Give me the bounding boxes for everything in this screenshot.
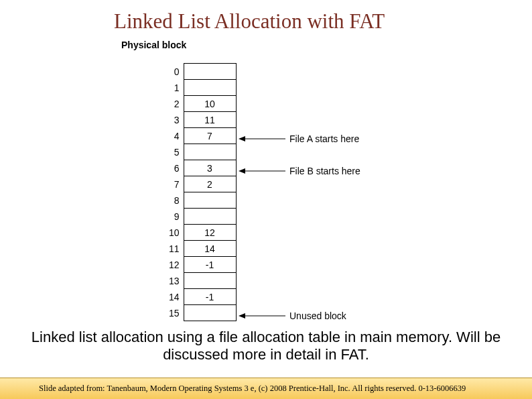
row-value (184, 64, 236, 80)
row-index: 1 (166, 80, 184, 96)
row-index: 14 (166, 289, 184, 305)
row-index: 8 (166, 192, 184, 209)
row-value: 2 (184, 176, 236, 192)
label-file-b: File B starts here (289, 166, 360, 176)
label-unused: Unused block (289, 310, 346, 321)
table-row: 14-1 (166, 289, 236, 305)
slide-caption: Linked list allocation using a file allo… (27, 329, 505, 364)
row-index: 0 (166, 64, 184, 80)
row-value: 14 (184, 241, 236, 257)
table-row: 5 (166, 144, 236, 160)
row-index: 3 (166, 112, 184, 128)
row-value (184, 80, 236, 96)
svg-marker-5 (239, 313, 245, 319)
row-index: 2 (166, 96, 184, 112)
table-row: 1012 (166, 225, 236, 241)
row-value (184, 144, 236, 160)
row-value (184, 273, 236, 289)
svg-marker-1 (239, 136, 245, 141)
arrow-unused (239, 311, 285, 321)
physical-block-label: Physical block (121, 40, 186, 50)
row-value: -1 (184, 289, 236, 305)
table-row: 15 (166, 305, 236, 321)
table-row: 63 (166, 160, 236, 176)
row-index: 15 (166, 305, 184, 321)
table-row: 0 (166, 64, 236, 80)
row-index: 12 (166, 257, 184, 273)
table-row: 13 (166, 273, 236, 289)
table-row: 1 (166, 80, 236, 96)
row-index: 5 (166, 144, 184, 160)
row-value: -1 (184, 257, 236, 273)
row-index: 9 (166, 209, 184, 225)
svg-marker-3 (239, 168, 245, 174)
table-row: 47 (166, 128, 236, 144)
row-value (184, 209, 236, 225)
fat-table: 012103114756372891012111412-11314-115 (166, 63, 237, 321)
row-index: 11 (166, 241, 184, 257)
arrow-file-b (239, 166, 285, 176)
table-row: 1114 (166, 241, 236, 257)
table-row: 12-1 (166, 257, 236, 273)
row-value: 11 (184, 112, 236, 128)
table-row: 210 (166, 96, 236, 112)
arrow-file-a (239, 134, 285, 144)
table-row: 311 (166, 112, 236, 128)
label-file-a: File A starts here (289, 133, 359, 144)
row-value (184, 192, 236, 209)
row-value: 7 (184, 128, 236, 144)
row-value: 10 (184, 96, 236, 112)
row-index: 10 (166, 225, 184, 241)
slide-title: Linked List Allocation with FAT (114, 9, 385, 34)
row-index: 13 (166, 273, 184, 289)
row-index: 4 (166, 128, 184, 144)
row-index: 6 (166, 160, 184, 176)
row-value: 3 (184, 160, 236, 176)
row-index: 7 (166, 176, 184, 192)
attribution-text: Slide adapted from: Tanenbaum, Modern Op… (39, 384, 466, 394)
row-value: 12 (184, 225, 236, 241)
table-row: 8 (166, 192, 236, 209)
row-value (184, 305, 236, 321)
table-row: 9 (166, 209, 236, 225)
table-row: 72 (166, 176, 236, 192)
